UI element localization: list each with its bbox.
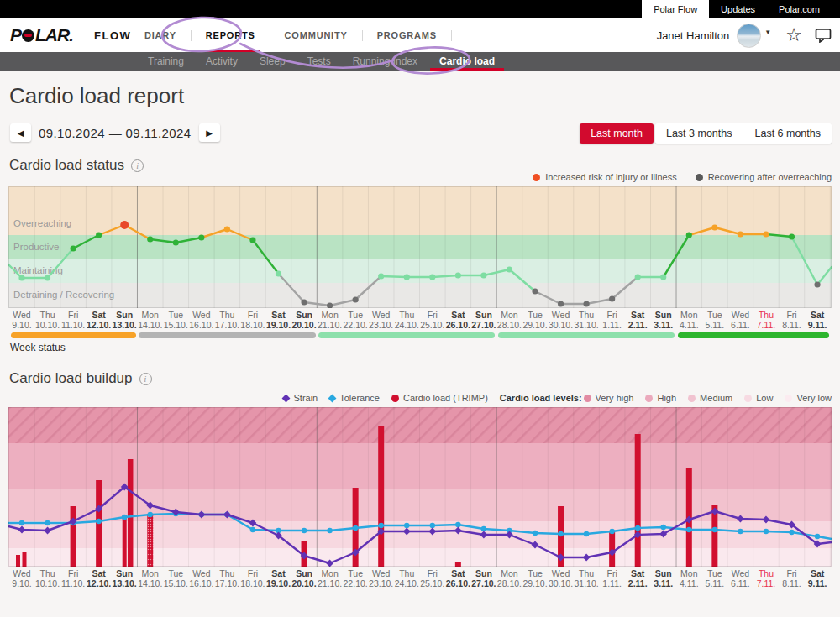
axis-day-date: 7.11. <box>752 320 780 330</box>
status-point <box>276 270 281 276</box>
tolerance-point <box>764 529 769 534</box>
axis-day-name: Sun <box>290 310 318 320</box>
axis-day-label: Sun27.10. <box>470 568 498 588</box>
axis-day-date: 30.10. <box>547 320 575 330</box>
axis-day-label: Mon4.11. <box>675 310 703 330</box>
subnav-item-tests[interactable]: Tests <box>297 52 342 71</box>
axis-day-date: 31.10. <box>572 320 601 330</box>
axis-day-date: 8.11. <box>778 320 806 330</box>
axis-day-name: Thu <box>572 568 601 578</box>
tolerance-point <box>148 512 153 517</box>
axis-day-label: Wed6.11. <box>726 568 754 588</box>
avatar[interactable] <box>737 24 761 48</box>
axis-day-date: 1.11. <box>598 578 627 588</box>
subnav-item-training[interactable]: Training <box>137 52 195 71</box>
polar-logo-red-dot <box>24 34 32 37</box>
status-point <box>789 233 795 239</box>
axis-day-name: Wed <box>726 568 754 578</box>
polar-logo[interactable]: P LAR. <box>10 25 73 45</box>
favorites-star-icon[interactable]: ☆ <box>785 26 802 44</box>
axis-day-name: Wed <box>547 568 575 578</box>
chevron-down-icon[interactable]: ▼ <box>764 29 771 36</box>
top-tab-updates[interactable]: Updates <box>709 0 767 18</box>
axis-day-label: Sat19.10. <box>265 310 293 330</box>
axis-day-name: Wed <box>547 310 575 320</box>
axis-day-label: Sat26.10. <box>444 568 472 588</box>
nav-item-programs[interactable]: PROGRAMS <box>363 18 451 52</box>
axis-day-date: 8.11. <box>778 578 806 588</box>
axis-day-label: Wed16.10. <box>187 568 216 588</box>
logo-text-lar: LAR. <box>35 25 73 45</box>
axis-day-date: 6.11. <box>726 578 754 588</box>
axis-day-name: Mon <box>136 568 165 578</box>
status-point <box>71 245 76 251</box>
top-tab-polar-com[interactable]: Polar.com <box>767 0 832 18</box>
axis-day-date: 26.10. <box>444 578 472 588</box>
tolerance-point <box>686 527 691 532</box>
status-point <box>660 274 666 280</box>
trimp-bar <box>378 426 384 567</box>
axis-day-name: Wed <box>187 310 216 320</box>
status-point <box>609 295 615 301</box>
status-point <box>45 275 50 280</box>
legend-dot-icon <box>533 174 540 181</box>
axis-day-label: Mon14.10. <box>136 568 165 588</box>
axis-day-name: Tue <box>701 568 729 578</box>
status-point <box>455 272 461 278</box>
flow-label[interactable]: FLOW <box>94 29 131 42</box>
status-point <box>532 288 538 294</box>
axis-day-name: Mon <box>316 310 344 320</box>
cardio-load-status-chart: OverreachingProductiveMaintainingDetrain… <box>8 186 832 308</box>
axis-day-label: Thu31.10. <box>572 568 601 588</box>
axis-day-name: Tue <box>161 568 190 578</box>
axis-day-date: 27.10. <box>470 578 498 588</box>
header-right: Janet Hamilton ▼ ☆ <box>657 18 832 52</box>
prev-period-button[interactable]: ◀ <box>10 123 31 142</box>
subnav-item-running-index[interactable]: Running Index <box>342 52 428 71</box>
nav-item-diary[interactable]: DIARY <box>130 18 191 52</box>
axis-day-label: Thu17.10. <box>213 568 241 588</box>
zone-label: Detraining / Recovering <box>13 290 114 300</box>
axis-day-name: Sun <box>110 310 139 320</box>
trimp-bar <box>123 515 127 567</box>
top-tab-polar-flow[interactable]: Polar Flow <box>642 0 709 18</box>
axis-day-date: 1.11. <box>598 320 627 330</box>
subnav-item-cardio-load[interactable]: Cardio load <box>428 52 506 71</box>
axis-day-date: 13.10. <box>110 578 139 588</box>
subnav-item-sleep[interactable]: Sleep <box>249 52 297 71</box>
info-icon[interactable]: i <box>131 159 144 172</box>
status-point <box>584 301 590 306</box>
axis-day-date: 4.11. <box>675 578 703 588</box>
level-item-medium: Medium <box>688 393 732 403</box>
axis-day-date: 28.10. <box>495 578 523 588</box>
info-icon[interactable]: i <box>139 373 152 385</box>
nav-item-community[interactable]: COMMUNITY <box>270 18 362 52</box>
status-chart-x-axis: Wed9.10.Thu10.10.Fri11.10.Sat12.10.Sun13… <box>8 310 832 332</box>
axis-day-name: Wed <box>726 310 754 320</box>
axis-day-label: Wed30.10. <box>547 310 575 330</box>
user-name[interactable]: Janet Hamilton <box>657 29 730 42</box>
nav-item-reports[interactable]: REPORTS <box>192 18 270 52</box>
diamond-marker-icon <box>282 394 291 402</box>
week-status-pill-recovering <box>139 332 315 338</box>
axis-day-name: Wed <box>367 568 396 578</box>
logo-text-p: P <box>10 25 21 45</box>
tolerance-point <box>327 528 332 533</box>
range-button-last-6-months[interactable]: Last 6 months <box>743 123 832 144</box>
axis-day-date: 30.10. <box>547 578 575 588</box>
axis-day-label: Thu7.11. <box>752 310 780 330</box>
tolerance-point <box>302 528 307 533</box>
axis-day-name: Sun <box>649 568 678 578</box>
range-button-last-month[interactable]: Last month <box>580 123 654 144</box>
feedback-chat-icon[interactable] <box>815 28 832 43</box>
subnav-item-activity[interactable]: Activity <box>195 52 249 71</box>
range-button-last-3-months[interactable]: Last 3 months <box>655 123 743 144</box>
tolerance-point <box>481 526 486 531</box>
axis-day-name: Tue <box>521 568 549 578</box>
status-point <box>120 221 129 229</box>
next-period-button[interactable]: ▶ <box>199 123 220 142</box>
axis-day-label: Sun27.10. <box>470 310 498 330</box>
axis-day-name: Thu <box>34 568 62 578</box>
axis-day-date: 24.10. <box>392 578 421 588</box>
axis-day-label: Tue29.10. <box>521 310 549 330</box>
